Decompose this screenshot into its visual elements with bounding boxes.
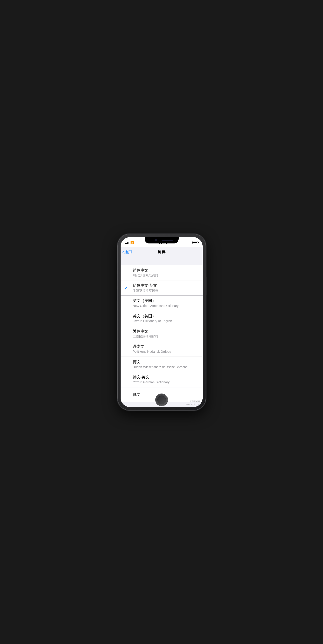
battery-fill bbox=[193, 242, 197, 243]
item-title-1: 简体中文 bbox=[133, 268, 199, 273]
watermark-line2: www.qhhiv.com bbox=[186, 403, 200, 405]
list-item[interactable]: 丹麦文 Politikens Nudansk Ordbog bbox=[120, 342, 203, 356]
item-title-7: 德文 bbox=[133, 359, 199, 365]
list-item[interactable]: ✓ 简体中文-英文 牛津英汉汉英词典 bbox=[120, 280, 203, 296]
status-left: 📶 bbox=[125, 241, 134, 244]
battery-icon bbox=[192, 241, 198, 244]
signal-icon bbox=[125, 241, 129, 244]
phone-screen: 📶 09:41 ‹ 通用 词典 简体中文 bbox=[120, 237, 203, 407]
power-button[interactable] bbox=[206, 277, 206, 295]
checkmark-icon: ✓ bbox=[125, 286, 128, 290]
list-item[interactable]: 英文（美国） New Oxford American Dictionary bbox=[120, 296, 203, 311]
back-button[interactable]: ‹ 通用 bbox=[122, 249, 132, 254]
item-subtitle-7: Duden-Wissensnetz deutsche Sprache bbox=[133, 365, 199, 370]
item-title-2: 简体中文-英文 bbox=[133, 283, 199, 288]
page-title: 词典 bbox=[158, 249, 166, 254]
item-title-3: 英文（美国） bbox=[133, 298, 199, 304]
earpiece-speaker bbox=[162, 240, 173, 241]
content-area: 简体中文 现代汉语规范词典 ✓ 简体中文-英文 牛津英汉汉英词典 英文（美国） … bbox=[120, 257, 203, 407]
item-title-5: 繁体中文 bbox=[133, 329, 199, 334]
item-title-4: 英文（英国） bbox=[133, 314, 199, 319]
volume-up-button[interactable] bbox=[117, 274, 118, 286]
dictionary-list: 简体中文 现代汉语规范词典 ✓ 简体中文-英文 牛津英汉汉英词典 英文（美国） … bbox=[120, 265, 203, 402]
wifi-icon: 📶 bbox=[130, 241, 134, 244]
navigation-bar: ‹ 通用 词典 bbox=[120, 247, 203, 257]
item-title-6: 丹麦文 bbox=[133, 344, 199, 349]
list-item[interactable]: 英文（英国） Oxford Dictionary of English bbox=[120, 311, 203, 326]
front-camera bbox=[155, 239, 157, 241]
list-item[interactable]: 德文 Duden-Wissensnetz deutsche Sprache bbox=[120, 357, 203, 372]
item-title-8: 德文-英文 bbox=[133, 374, 199, 380]
section-header bbox=[120, 257, 203, 265]
back-chevron-icon: ‹ bbox=[122, 250, 124, 254]
volume-down-button[interactable] bbox=[117, 289, 118, 302]
list-item[interactable]: 繁体中文 五南國語活用辭典 bbox=[120, 326, 203, 342]
mute-button[interactable] bbox=[117, 264, 118, 271]
list-item[interactable]: 德文-英文 Oxford German Dictionary bbox=[120, 372, 203, 387]
item-subtitle-4: Oxford Dictionary of English bbox=[133, 319, 199, 324]
item-subtitle-2: 牛津英汉汉英词典 bbox=[133, 288, 199, 293]
status-right bbox=[192, 241, 198, 244]
back-button-label: 通用 bbox=[124, 249, 132, 254]
item-subtitle-6: Politikens Nudansk Ordbog bbox=[133, 350, 199, 354]
item-subtitle-5: 五南國語活用辭典 bbox=[133, 334, 199, 339]
phone-frame: 📶 09:41 ‹ 通用 词典 简体中文 bbox=[118, 234, 206, 410]
item-subtitle-3: New Oxford American Dictionary bbox=[133, 304, 199, 308]
list-item[interactable]: 简体中文 现代汉语规范词典 bbox=[120, 265, 203, 280]
watermark: 青花安卓网 www.qhhiv.com bbox=[186, 400, 200, 405]
home-button-outer bbox=[156, 394, 168, 406]
item-subtitle-1: 现代汉语规范词典 bbox=[133, 273, 199, 278]
item-subtitle-8: Oxford German Dictionary bbox=[133, 380, 199, 385]
home-button-inner bbox=[157, 396, 166, 404]
watermark-line1: 青花安卓网 bbox=[186, 400, 200, 403]
home-button[interactable] bbox=[156, 394, 168, 406]
